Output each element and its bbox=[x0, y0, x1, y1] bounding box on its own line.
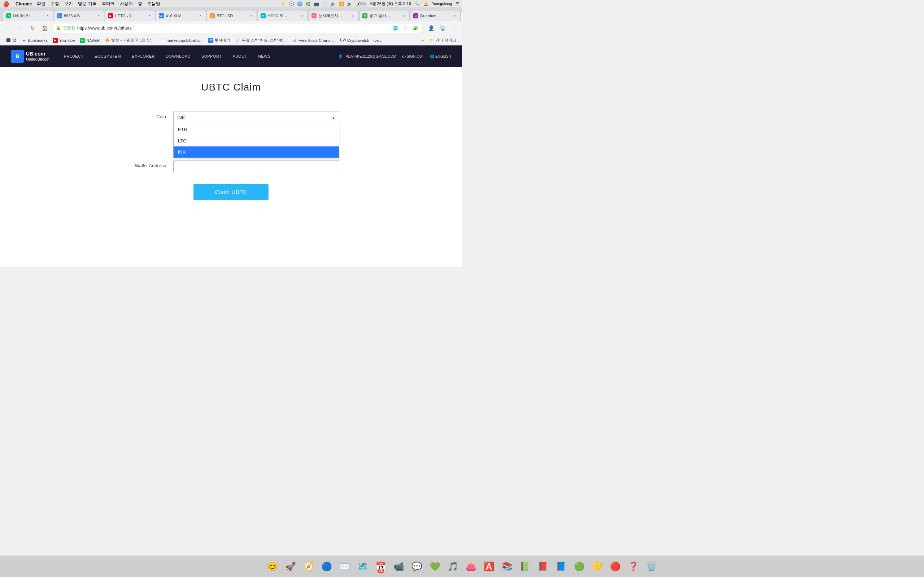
bm-bookmarks[interactable]: ★ Bookmarks bbox=[19, 37, 50, 44]
bm-more[interactable]: » bbox=[419, 37, 426, 43]
bm-invest[interactable]: UP 투자내역 bbox=[206, 37, 233, 44]
tab-bar: N 네이버 카… × C 8935.4 B… × ▶ HETC - Y… × U… bbox=[0, 8, 462, 21]
coin-option-ltc[interactable]: LTC bbox=[174, 135, 339, 147]
nav-signout[interactable]: ⏻ SIGN OUT bbox=[402, 55, 424, 58]
nav-support[interactable]: SUPPORT bbox=[201, 54, 221, 58]
bm-marketcap-icon: 📄 bbox=[160, 38, 165, 43]
search-icon[interactable]: 🔍 bbox=[415, 2, 420, 6]
tab-close-naver[interactable]: × bbox=[45, 13, 50, 18]
nav-explorer[interactable]: EXPLORER bbox=[132, 54, 155, 58]
nav-about[interactable]: ABOUT bbox=[233, 54, 247, 58]
menu-history[interactable]: 방문 기록 bbox=[78, 1, 96, 7]
volume-icon: 🔉 bbox=[347, 2, 352, 6]
menubar-icon-7: 🔊 bbox=[330, 2, 336, 6]
notification-icon[interactable]: 🔔 bbox=[423, 2, 428, 6]
nav-lang[interactable]: 🌐 ENGLISH bbox=[430, 55, 451, 58]
tab-btcusd[interactable]: ₿ BTCUSD… × bbox=[207, 10, 257, 21]
menu-window[interactable]: 창 bbox=[138, 1, 142, 7]
main-content: UBTC Claim Coin INK ▲ ETH LTC INK bbox=[0, 67, 462, 214]
bm-free-chart[interactable]: 📊 Free Stock Charts,… bbox=[290, 37, 338, 44]
tab-mongo[interactable]: 몽 몽고 담하… × bbox=[359, 10, 410, 21]
tab-favicon-8935: C bbox=[57, 13, 62, 18]
tab-close-eye[interactable]: × bbox=[351, 13, 355, 18]
menubar-icon-2: 💬 bbox=[289, 2, 294, 6]
menubar-date: 4월 26일 (목) 오후 9:16 bbox=[370, 1, 411, 6]
nav-ecosystem[interactable]: ECOSYSTEM bbox=[95, 54, 121, 58]
coin-option-ink[interactable]: INK bbox=[174, 147, 339, 158]
secure-text: 안전함 bbox=[63, 25, 75, 31]
menu-file[interactable]: 파일 bbox=[37, 1, 45, 7]
claim-form: Coin INK ▲ ETH LTC INK Wallet Address bbox=[123, 111, 339, 200]
coin-option-eth[interactable]: ETH bbox=[174, 124, 339, 135]
ub-logo[interactable]: B UB.com UnitedBitcoin bbox=[11, 50, 50, 63]
wallet-input[interactable] bbox=[173, 160, 339, 173]
coin-select[interactable]: INK ▲ bbox=[173, 111, 339, 124]
home-button[interactable]: 🏠 bbox=[40, 23, 50, 33]
menu-help[interactable]: 도움말 bbox=[147, 1, 160, 7]
tab-close-btcusd[interactable]: × bbox=[249, 13, 254, 18]
ub-logo-b: B bbox=[16, 53, 19, 59]
tab-favicon-naver: N bbox=[6, 13, 11, 18]
address-right-icons: 🌐 ☆ 🧩 bbox=[391, 24, 420, 32]
battery-text: 100% bbox=[356, 2, 366, 6]
bm-bithumb-icon: 🔥 bbox=[105, 38, 110, 43]
tab-title-xlm: 416 XLM… bbox=[166, 14, 196, 18]
back-button[interactable]: ← bbox=[3, 23, 13, 33]
bm-apps[interactable]: ⬛ 앱 bbox=[3, 37, 18, 44]
chrome-right-buttons: 👤 📡 ⋮ bbox=[426, 23, 459, 33]
extension-icon[interactable]: 🧩 bbox=[411, 24, 420, 32]
signout-label: SIGN OUT bbox=[407, 55, 424, 58]
menu-edit[interactable]: 수정 bbox=[50, 1, 59, 7]
bookmarks-bar: ⬛ 앱 ★ Bookmarks ▶ YouTube N NAVER 🔥 빛썸 -… bbox=[0, 35, 462, 45]
menu-bookmarks[interactable]: 북마크 bbox=[102, 1, 115, 7]
bm-marketcap[interactable]: 📄 marketcap.bitballo… bbox=[158, 37, 205, 44]
bm-apps-icon: ⬛ bbox=[6, 38, 11, 43]
user-email-text: TABATAKE31126@GMAIL.COM bbox=[344, 55, 396, 58]
bm-bookmarks-label: Bookmarks bbox=[28, 38, 48, 43]
apple-menu[interactable]: 🍎 bbox=[3, 1, 9, 7]
bm-free-chart-label: Free Stock Charts,… bbox=[299, 38, 336, 43]
menu-user[interactable]: 사용자 bbox=[120, 1, 133, 7]
chrome-menu-icon[interactable]: ⋮ bbox=[449, 23, 459, 33]
forward-button[interactable]: → bbox=[15, 23, 25, 33]
nav-news[interactable]: NEWS bbox=[258, 54, 271, 58]
ub-logo-sub: UnitedBitcoin bbox=[26, 57, 50, 62]
claim-ubtc-button[interactable]: Claim UBTC bbox=[194, 184, 268, 200]
bookmark-star-icon[interactable]: ☆ bbox=[401, 24, 410, 32]
tab-close-8935[interactable]: × bbox=[96, 13, 101, 18]
chrome-user-icon[interactable]: 👤 bbox=[426, 23, 436, 33]
tab-eye[interactable]: 눈 눈치빠른시… × bbox=[308, 10, 359, 21]
tab-title-naver: 네이버 카… bbox=[13, 13, 43, 18]
tab-8935[interactable]: C 8935.4 B… × bbox=[54, 10, 104, 21]
tab-favicon-hetc-tok: H bbox=[261, 13, 266, 18]
address-bar[interactable]: 🔒 안전함 https://www.ub.com/u/others 🌐 ☆ 🧩 bbox=[52, 23, 424, 33]
app-menu-chrome[interactable]: Chrome bbox=[16, 2, 32, 6]
menu-view[interactable]: 보기 bbox=[64, 1, 73, 7]
ub-logo-text: UB.com UnitedBitcoin bbox=[26, 51, 50, 62]
bm-bithumb[interactable]: 🔥 빛썸 - 대한민국 1등 암… bbox=[102, 37, 157, 44]
bm-youtube[interactable]: ▶ YouTube bbox=[50, 37, 77, 44]
tab-naver[interactable]: N 네이버 카… × bbox=[3, 10, 53, 21]
bm-naver[interactable]: N NAVER bbox=[78, 37, 102, 44]
tab-quantum[interactable]: Q Quantum… × bbox=[410, 10, 460, 21]
nav-project[interactable]: PROJECT bbox=[64, 54, 84, 58]
tab-hetc-yt[interactable]: ▶ HETC - Y… × bbox=[105, 10, 155, 21]
translate-icon[interactable]: 🌐 bbox=[391, 24, 399, 32]
tab-close-hetc-tok[interactable]: × bbox=[300, 13, 305, 18]
chrome-cast-icon[interactable]: 📡 bbox=[438, 23, 447, 33]
bm-free-stk[interactable]: 📈 무료 스탁 차트, 스탁 쿼… bbox=[233, 37, 289, 44]
tab-others[interactable]: r /u/others × bbox=[461, 10, 462, 21]
tab-close-xlm[interactable]: × bbox=[198, 13, 203, 18]
nav-download[interactable]: DOWNLOAD bbox=[166, 54, 191, 58]
tab-hetc-tok[interactable]: H HETC 토… × bbox=[257, 10, 308, 21]
tab-close-mongo[interactable]: × bbox=[401, 13, 406, 18]
tab-xlm[interactable]: UB 416 XLM… × bbox=[155, 10, 206, 21]
bm-cryptowatch-icon: CW bbox=[341, 38, 346, 43]
tab-close-quantum[interactable]: × bbox=[452, 13, 457, 18]
bm-other[interactable]: 📁 기타 북마크 bbox=[426, 37, 459, 44]
menubar-icon-menu[interactable]: ☰ bbox=[456, 2, 459, 6]
bm-cryptowatch[interactable]: CW Cryptowatch - live… bbox=[339, 37, 385, 44]
user-icon[interactable]: Youngchang bbox=[432, 2, 452, 6]
tab-close-hetc-yt[interactable]: × bbox=[147, 13, 152, 18]
reload-button[interactable]: ↻ bbox=[27, 23, 37, 33]
